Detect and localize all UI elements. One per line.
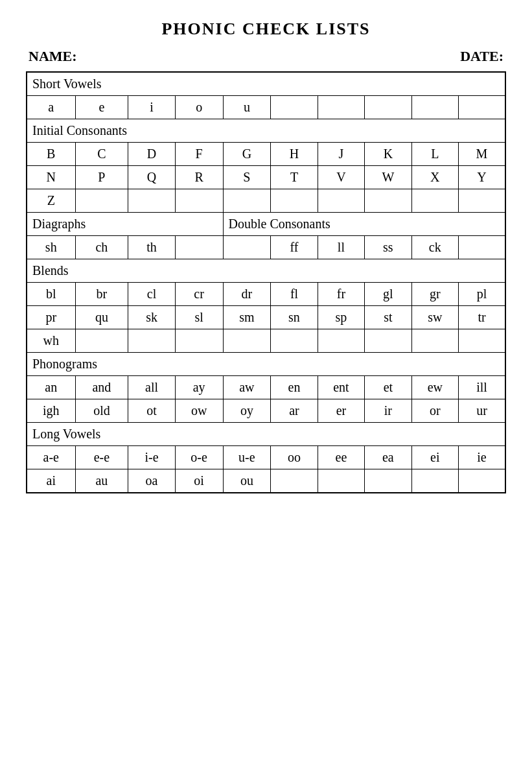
- ic-L: L: [411, 143, 458, 166]
- ic-blank-8: [411, 189, 458, 213]
- ic-W: W: [365, 166, 411, 189]
- lv-a-e: a-e: [27, 446, 75, 469]
- blend-blank-6: [318, 329, 364, 353]
- lv-ou: ou: [223, 469, 271, 493]
- blend-qu: qu: [75, 306, 128, 329]
- short-vowels-header: Short Vowels: [27, 72, 505, 96]
- phono-ir: ir: [365, 399, 411, 423]
- lv-au: au: [75, 469, 128, 493]
- phono-ar: ar: [271, 399, 318, 423]
- blend-sp: sp: [318, 306, 364, 329]
- diagraph-blank: [175, 236, 223, 259]
- phonograms-header-row: Phonograms: [27, 353, 505, 376]
- vowel-blank-1: [271, 96, 318, 119]
- phonograms-row-1: an and all ay aw en ent et ew ill: [27, 376, 505, 399]
- ic-N: N: [27, 166, 75, 189]
- dc-ff: ff: [271, 236, 318, 259]
- lv-u-e: u-e: [223, 446, 271, 469]
- ic-blank-7: [365, 189, 411, 213]
- phonograms-header: Phonograms: [27, 353, 505, 376]
- blends-row-3: wh: [27, 329, 505, 353]
- blend-blank-5: [271, 329, 318, 353]
- vowel-e: e: [75, 96, 128, 119]
- phono-ot: ot: [128, 399, 175, 423]
- blend-br: br: [75, 283, 128, 306]
- blend-sn: sn: [271, 306, 318, 329]
- blend-blank-4: [223, 329, 271, 353]
- ic-S: S: [223, 166, 271, 189]
- blend-fl: fl: [271, 283, 318, 306]
- long-vowels-row-1: a-e e-e i-e o-e u-e oo ee ea ei ie: [27, 446, 505, 469]
- blend-fr: fr: [318, 283, 364, 306]
- long-vowels-header-row: Long Vowels: [27, 423, 505, 446]
- lv-oi: oi: [175, 469, 223, 493]
- lv-oa: oa: [128, 469, 175, 493]
- ic-D: D: [128, 143, 175, 166]
- lv-blank-5: [459, 469, 505, 493]
- vowel-blank-2: [318, 96, 364, 119]
- phono-et: et: [365, 376, 411, 399]
- ic-X: X: [411, 166, 458, 189]
- blends-header-row: Blends: [27, 259, 505, 283]
- ic-blank-2: [128, 189, 175, 213]
- initial-consonants-header-row: Initial Consonants: [27, 119, 505, 143]
- blends-header: Blends: [27, 259, 505, 283]
- phono-en: en: [271, 376, 318, 399]
- short-vowels-row: a e i o u: [27, 96, 505, 119]
- ic-blank-3: [175, 189, 223, 213]
- ic-Q: Q: [128, 166, 175, 189]
- lv-ie: ie: [459, 446, 505, 469]
- ic-C: C: [75, 143, 128, 166]
- ic-R: R: [175, 166, 223, 189]
- lv-ai: ai: [27, 469, 75, 493]
- ic-G: G: [223, 143, 271, 166]
- vowel-blank-5: [459, 96, 505, 119]
- blend-sw: sw: [411, 306, 458, 329]
- phono-and: and: [75, 376, 128, 399]
- ic-J: J: [318, 143, 364, 166]
- ic-H: H: [271, 143, 318, 166]
- ic-B: B: [27, 143, 75, 166]
- dc-ss: ss: [365, 236, 411, 259]
- blend-blank-9: [459, 329, 505, 353]
- phono-igh: igh: [27, 399, 75, 423]
- long-vowels-row-2: ai au oa oi ou: [27, 469, 505, 493]
- ic-P: P: [75, 166, 128, 189]
- vowel-blank-3: [365, 96, 411, 119]
- blend-sl: sl: [175, 306, 223, 329]
- blend-blank-2: [128, 329, 175, 353]
- blend-gl: gl: [365, 283, 411, 306]
- vowel-a: a: [27, 96, 75, 119]
- ic-F: F: [175, 143, 223, 166]
- page-title: PHONIC CHECK LISTS: [26, 19, 506, 39]
- phono-ow: ow: [175, 399, 223, 423]
- ic-blank-9: [459, 189, 505, 213]
- ic-blank-6: [318, 189, 364, 213]
- diagraphs-header: Diagraphs: [27, 213, 223, 236]
- lv-blank-1: [271, 469, 318, 493]
- phono-ur: ur: [459, 399, 505, 423]
- phono-ay: ay: [175, 376, 223, 399]
- vowel-u: u: [223, 96, 271, 119]
- blend-blank-3: [175, 329, 223, 353]
- lv-blank-4: [411, 469, 458, 493]
- lv-i-e: i-e: [128, 446, 175, 469]
- blend-blank-7: [365, 329, 411, 353]
- blend-blank-8: [411, 329, 458, 353]
- long-vowels-header: Long Vowels: [27, 423, 505, 446]
- diagraphs-header-row: Diagraphs Double Consonants: [27, 213, 505, 236]
- blend-sm: sm: [223, 306, 271, 329]
- phono-old: old: [75, 399, 128, 423]
- date-label: DATE:: [460, 48, 503, 65]
- blend-cr: cr: [175, 283, 223, 306]
- ic-blank-5: [271, 189, 318, 213]
- ic-Y: Y: [459, 166, 505, 189]
- lv-ee: ee: [318, 446, 364, 469]
- phono-all: all: [128, 376, 175, 399]
- phono-or: or: [411, 399, 458, 423]
- vowel-i: i: [128, 96, 175, 119]
- blend-cl: cl: [128, 283, 175, 306]
- phonograms-row-2: igh old ot ow oy ar er ir or ur: [27, 399, 505, 423]
- ic-row-1: B C D F G H J K L M: [27, 143, 505, 166]
- blend-bl: bl: [27, 283, 75, 306]
